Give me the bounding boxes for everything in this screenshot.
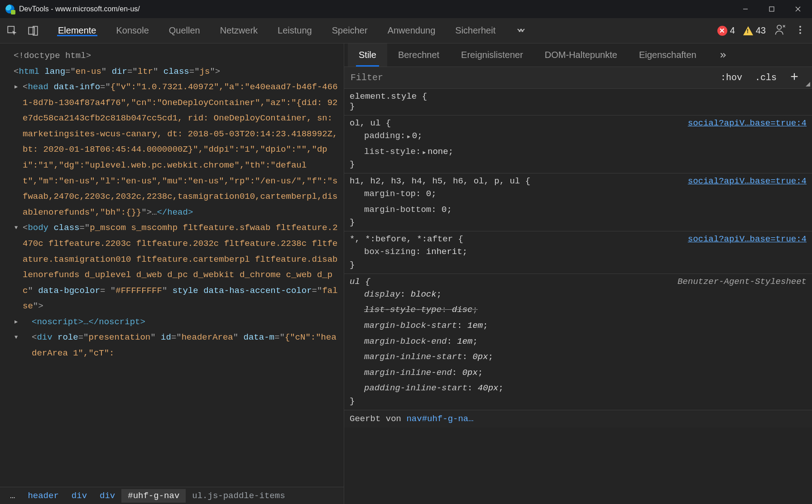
- styles-tab-dom-haltepunkte[interactable]: DOM-Haltepunkte: [534, 43, 628, 67]
- svg-point-7: [777, 25, 781, 29]
- css-rule[interactable]: h1, h2, h3, h4, h5, h6, ol, p, ul { soci…: [344, 173, 812, 231]
- css-rule[interactable]: *, *:before, *:after { social?apiV…base=…: [344, 231, 812, 274]
- breadcrumb-item[interactable]: ul.js-paddle-items: [186, 489, 291, 503]
- new-style-rule-button[interactable]: [783, 72, 806, 84]
- error-count-value: 4: [730, 25, 735, 36]
- error-count[interactable]: ✕ 4: [717, 25, 735, 36]
- source-link[interactable]: social?apiV…base=true:4: [688, 234, 807, 244]
- window-controls: [732, 0, 811, 18]
- elements-pane: <!doctype html> <html lang="en-us" dir="…: [0, 43, 344, 504]
- more-tabs-icon[interactable]: [505, 25, 536, 36]
- inherited-from-row[interactable]: Geerbt von nav#uhf-g-na…: [344, 410, 812, 427]
- app-icon: [5, 5, 14, 14]
- breadcrumb-item-selected[interactable]: #uhf-g-nav: [121, 489, 186, 503]
- cls-toggle[interactable]: .cls: [749, 72, 783, 83]
- svg-point-10: [799, 32, 801, 34]
- dom-doctype[interactable]: <!doctype html>: [14, 48, 341, 64]
- warning-count[interactable]: 43: [743, 25, 766, 36]
- breadcrumb-item[interactable]: div: [93, 489, 121, 503]
- breadcrumb-item[interactable]: div: [65, 489, 93, 503]
- hov-toggle[interactable]: :hov: [714, 72, 749, 83]
- styles-pane: Stile Berechnet Ereignislistener DOM-Hal…: [344, 43, 812, 504]
- inherited-element-link[interactable]: nav#uhf-g-na…: [406, 414, 473, 424]
- expand-icon[interactable]: [14, 223, 18, 233]
- maximize-button[interactable]: [759, 0, 785, 18]
- dom-headerarea-div[interactable]: <div role="presentation" id="headerArea"…: [14, 330, 341, 361]
- kebab-menu-icon[interactable]: [795, 24, 806, 37]
- tab-konsole[interactable]: Konsole: [106, 25, 159, 36]
- dom-noscript[interactable]: <noscript>…</noscript>: [14, 314, 341, 330]
- tab-anwendung[interactable]: Anwendung: [378, 25, 446, 36]
- tab-sicherheit[interactable]: Sicherheit: [445, 25, 505, 36]
- styles-tab-ereignislistener[interactable]: Ereignislistener: [450, 43, 534, 67]
- window-title: DevTools - www.microsoft.com/en-us/: [19, 5, 140, 13]
- dom-body[interactable]: <body class="p_mscom s_mscomhp fltfeatur…: [14, 220, 341, 314]
- tab-speicher[interactable]: Speicher: [322, 25, 378, 36]
- dom-html-open[interactable]: <html lang="en-us" dir="ltr" class="js">: [14, 64, 341, 80]
- styles-filter-row: :hov .cls: [344, 67, 812, 89]
- styles-body[interactable]: element.style { } ol, ul { social?apiV…b…: [344, 89, 812, 504]
- feedback-icon[interactable]: [774, 24, 787, 38]
- content-area: <!doctype html> <html lang="en-us" dir="…: [0, 43, 812, 504]
- warning-count-value: 43: [756, 25, 766, 36]
- svg-rect-1: [769, 7, 774, 11]
- ua-css-rule[interactable]: ul { Benutzer-Agent-Stylesheet display: …: [344, 274, 812, 410]
- styles-tab-stile[interactable]: Stile: [348, 43, 387, 67]
- tab-quellen[interactable]: Quellen: [159, 25, 210, 36]
- styles-filter-input[interactable]: [344, 72, 714, 83]
- ua-source-label: Benutzer-Agent-Stylesheet: [677, 277, 807, 287]
- error-icon: ✕: [717, 26, 727, 36]
- tab-leistung[interactable]: Leistung: [268, 25, 322, 36]
- styles-tab-eigenschaften[interactable]: Eigenschaften: [628, 43, 707, 67]
- dom-head[interactable]: <head data-info="{"v":"1.0.7321.40972","…: [14, 79, 341, 220]
- close-button[interactable]: [785, 0, 811, 18]
- devtools-toolbar: Elemente Konsole Quellen Netzwerk Leistu…: [0, 18, 812, 43]
- warning-icon: [743, 26, 753, 35]
- svg-rect-5: [29, 27, 34, 34]
- title-bar: DevTools - www.microsoft.com/en-us/: [0, 0, 812, 18]
- breadcrumb: … header div div #uhf-g-nav ul.js-paddle…: [0, 487, 344, 504]
- svg-point-9: [799, 29, 801, 31]
- resize-handle-icon[interactable]: [806, 82, 810, 86]
- tab-elemente[interactable]: Elemente: [48, 25, 106, 36]
- expand-icon[interactable]: [14, 317, 18, 327]
- inspect-element-icon[interactable]: [3, 21, 22, 40]
- expand-icon[interactable]: [14, 82, 18, 92]
- breadcrumb-item[interactable]: header: [21, 489, 65, 503]
- svg-point-8: [799, 26, 801, 28]
- breadcrumb-ellipsis[interactable]: …: [4, 489, 21, 503]
- expand-icon[interactable]: [14, 333, 18, 343]
- styles-tab-berechnet[interactable]: Berechnet: [387, 43, 450, 67]
- source-link[interactable]: social?apiV…base=true:4: [688, 118, 807, 128]
- dom-tree[interactable]: <!doctype html> <html lang="en-us" dir="…: [0, 43, 344, 487]
- device-toolbar-icon[interactable]: [24, 21, 43, 40]
- styles-more-tabs-icon[interactable]: [707, 43, 739, 67]
- css-rule[interactable]: ol, ul { social?apiV…base=true:4 padding…: [344, 115, 812, 173]
- element-style-rule[interactable]: element.style { }: [344, 89, 812, 115]
- source-link[interactable]: social?apiV…base=true:4: [688, 176, 807, 186]
- styles-tabs: Stile Berechnet Ereignislistener DOM-Hal…: [344, 43, 812, 67]
- minimize-button[interactable]: [732, 0, 759, 18]
- main-tabs: Elemente Konsole Quellen Netzwerk Leistu…: [48, 25, 536, 36]
- tab-netzwerk[interactable]: Netzwerk: [210, 25, 268, 36]
